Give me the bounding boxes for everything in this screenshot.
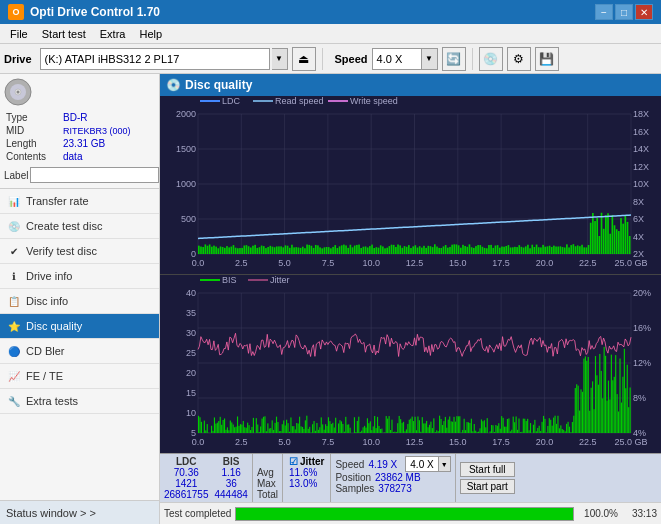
bis-column: BIS 1.16 36 444484 <box>215 456 248 500</box>
length-label: Length <box>6 138 61 149</box>
content-area: 💿 Disc quality LDC 70.36 1421 26861755 <box>160 74 661 524</box>
disc-panel: Type BD-R MID RITEKBR3 (000) Length 23.3… <box>0 74 159 189</box>
row-labels: - Avg Max Total <box>253 454 283 502</box>
sidebar-item-disc-info-label: Disc info <box>26 295 68 307</box>
speed-dropdown-value[interactable]: 4.0 X <box>372 48 422 70</box>
samples-row: Samples 378273 <box>335 483 450 494</box>
extra-tests-icon: 🔧 <box>6 393 22 409</box>
jitter-avg: 11.6% <box>289 467 324 478</box>
disc-button[interactable]: 💿 <box>479 47 503 71</box>
verify-test-disc-icon: ✔ <box>6 243 22 259</box>
position-label: Position <box>335 472 371 483</box>
type-value: BD-R <box>63 112 153 123</box>
mid-label: MID <box>6 125 61 136</box>
action-buttons: Start full Start part <box>456 454 519 502</box>
sidebar-item-drive-info[interactable]: ℹ Drive info <box>0 264 159 289</box>
svg-point-3 <box>17 91 20 94</box>
progress-time: 33:13 <box>622 508 657 519</box>
app-icon: O <box>8 4 24 20</box>
menu-extra[interactable]: Extra <box>94 27 132 41</box>
start-part-button[interactable]: Start part <box>460 479 515 494</box>
refresh-button[interactable]: 🔄 <box>442 47 466 71</box>
sidebar-item-create-test-disc[interactable]: 💿 Create test disc <box>0 214 159 239</box>
sidebar-item-fe-te[interactable]: 📈 FE / TE <box>0 364 159 389</box>
drive-dropdown-value[interactable]: (K:) ATAPI iHBS312 2 PL17 <box>40 48 270 70</box>
fe-te-icon: 📈 <box>6 368 22 384</box>
eject-button[interactable]: ⏏ <box>292 47 316 71</box>
status-window-button[interactable]: Status window > > <box>0 500 159 524</box>
sidebar-item-cd-bler[interactable]: 🔵 CD Bler <box>0 339 159 364</box>
check-icon: ☑ <box>289 456 298 467</box>
start-full-button[interactable]: Start full <box>460 462 515 477</box>
speed-stat-label: Speed <box>335 459 364 470</box>
chart-bottom <box>160 275 661 453</box>
separator-1 <box>322 48 323 70</box>
progress-bar-background <box>235 507 574 521</box>
max-label: Max <box>257 478 278 489</box>
disc-info-table: Type BD-R MID RITEKBR3 (000) Length 23.3… <box>4 110 155 164</box>
speed-label: Speed <box>335 53 368 65</box>
sidebar-item-create-test-disc-label: Create test disc <box>26 220 102 232</box>
disc-quality-header: 💿 Disc quality <box>160 74 661 96</box>
sidebar-item-disc-quality[interactable]: ⭐ Disc quality <box>0 314 159 339</box>
menu-help[interactable]: Help <box>133 27 168 41</box>
toolbar: Drive (K:) ATAPI iHBS312 2 PL17 ▼ ⏏ Spee… <box>0 44 661 74</box>
titlebar-controls: − □ ✕ <box>595 4 653 20</box>
cd-bler-icon: 🔵 <box>6 343 22 359</box>
bottom-chart-canvas <box>160 275 661 453</box>
speed-stats-arrow[interactable]: ▼ <box>439 456 451 472</box>
drive-info-icon: ℹ <box>6 268 22 284</box>
maximize-button[interactable]: □ <box>615 4 633 20</box>
speed-position-section: Speed 4.19 X 4.0 X ▼ Position 23862 MB S… <box>331 454 455 502</box>
sidebar-item-verify-test-disc[interactable]: ✔ Verify test disc <box>0 239 159 264</box>
label-input[interactable] <box>30 167 159 183</box>
bis-avg: 1.16 <box>221 467 240 478</box>
close-button[interactable]: ✕ <box>635 4 653 20</box>
drive-dropdown-arrow[interactable]: ▼ <box>272 48 288 70</box>
separator-2 <box>472 48 473 70</box>
menu-start-test[interactable]: Start test <box>36 27 92 41</box>
mid-value: RITEKBR3 (000) <box>63 125 153 136</box>
speed-dropdown-stats[interactable]: 4.0 X ▼ <box>405 456 450 472</box>
status-window-label: Status window > > <box>6 507 96 519</box>
sidebar-item-cd-bler-label: CD Bler <box>26 345 65 357</box>
minimize-button[interactable]: − <box>595 4 613 20</box>
sidebar-item-transfer-rate[interactable]: 📊 Transfer rate <box>0 189 159 214</box>
main-area: Type BD-R MID RITEKBR3 (000) Length 23.3… <box>0 74 661 524</box>
jitter-section: ☑ Jitter 11.6% 13.0% <box>283 454 331 502</box>
drive-label: Drive <box>4 53 32 65</box>
total-label: Total <box>257 489 278 500</box>
speed-dropdown-arrow[interactable]: ▼ <box>422 48 438 70</box>
speed-stats-value[interactable]: 4.0 X <box>405 456 438 472</box>
position-row: Position 23862 MB <box>335 472 450 483</box>
position-value: 23862 MB <box>375 472 421 483</box>
ldc-column: LDC 70.36 1421 26861755 <box>164 456 209 500</box>
speed-select[interactable]: 4.0 X ▼ <box>372 48 438 70</box>
sidebar-item-disc-info[interactable]: 📋 Disc info <box>0 289 159 314</box>
bis-total: 444484 <box>215 489 248 500</box>
label-row: Label ✏ <box>4 166 155 184</box>
sidebar-item-drive-info-label: Drive info <box>26 270 72 282</box>
menu-file[interactable]: File <box>4 27 34 41</box>
save-button[interactable]: 💾 <box>535 47 559 71</box>
sidebar-item-verify-test-disc-label: Verify test disc <box>26 245 97 257</box>
samples-value: 378273 <box>378 483 411 494</box>
titlebar-left: O Opti Drive Control 1.70 <box>8 4 160 20</box>
sidebar-item-extra-tests[interactable]: 🔧 Extra tests <box>0 389 159 414</box>
drive-select[interactable]: (K:) ATAPI iHBS312 2 PL17 ▼ <box>40 48 288 70</box>
menubar: File Start test Extra Help <box>0 24 661 44</box>
progress-area: Test completed 100.0% 33:13 <box>160 502 661 524</box>
type-label: Type <box>6 112 61 123</box>
bis-max: 36 <box>226 478 237 489</box>
top-chart-canvas <box>160 96 661 274</box>
disc-header <box>4 78 155 106</box>
sidebar-item-transfer-rate-label: Transfer rate <box>26 195 89 207</box>
label-text: Label <box>4 170 28 181</box>
disc-quality-header-icon: 💿 <box>166 78 181 92</box>
transfer-rate-icon: 📊 <box>6 193 22 209</box>
sidebar-item-fe-te-label: FE / TE <box>26 370 63 382</box>
status-text: Test completed <box>164 508 231 519</box>
disc-info-icon: 📋 <box>6 293 22 309</box>
create-test-disc-icon: 💿 <box>6 218 22 234</box>
settings-button[interactable]: ⚙ <box>507 47 531 71</box>
